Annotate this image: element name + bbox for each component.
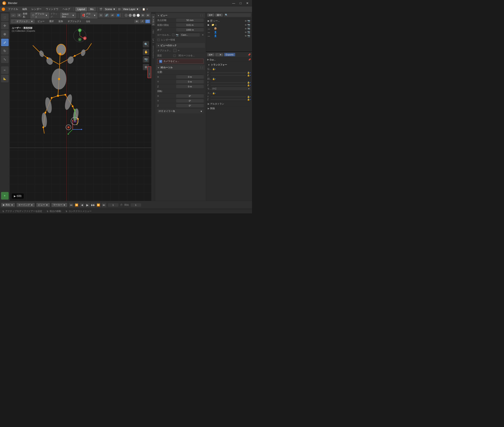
pos-z-input[interactable] xyxy=(211,75,246,76)
viewport-shading-btn[interactable]: ↗ xyxy=(140,20,144,23)
tree-item-3[interactable]: ― 👤 👁 📷 xyxy=(207,34,251,38)
coll1-cam[interactable]: 📷 xyxy=(247,23,250,26)
props-filter-dropdown[interactable]: ⬛▼ xyxy=(215,53,223,56)
coll1-eye[interactable]: 👁 xyxy=(245,24,247,26)
view-menu[interactable]: ビュー xyxy=(36,19,46,23)
local-cam-close[interactable]: ✕ xyxy=(202,34,204,36)
sidebar-toggle-btn[interactable]: ｜ xyxy=(147,66,151,78)
cam-lock-row[interactable]: ✓ カメラをビュ... xyxy=(157,59,204,64)
n-tab-item[interactable]: アイテム xyxy=(151,14,155,26)
menu-help[interactable]: ヘルプ xyxy=(61,7,72,12)
ti3-cam[interactable]: 📷 xyxy=(247,34,250,37)
obj-edit-icon[interactable]: ✏ xyxy=(178,49,180,52)
pos-z-lock[interactable]: 🔒 xyxy=(246,74,250,76)
timeline-view-dropdown[interactable]: ビュー ▼ xyxy=(36,203,50,207)
viz-options-btn[interactable]: 👁 xyxy=(134,20,139,23)
camera-btn[interactable]: 📷 xyxy=(143,56,149,63)
pan-btn[interactable]: ✛ xyxy=(17,14,22,17)
outliner-mode-dropdown[interactable]: ⊞▼ xyxy=(207,14,214,17)
play-btn[interactable]: ▶ xyxy=(85,203,90,207)
hand-btn[interactable]: ✋ xyxy=(143,49,149,55)
active-eye[interactable]: 👁 xyxy=(245,28,247,30)
next-frame-btn[interactable]: ▶▶ xyxy=(91,203,95,207)
shading-wire[interactable] xyxy=(125,14,128,17)
scene-tree-item[interactable]: ▶ 🎬 シー... 👁 📷 xyxy=(207,19,251,23)
active-tree-item[interactable]: ― 📦 👁 📷 xyxy=(207,27,251,30)
rot-lock[interactable]: 🔒 xyxy=(211,78,215,80)
jump-start-btn[interactable]: ⏪ xyxy=(74,203,79,207)
workspace-mu[interactable]: Mu xyxy=(88,7,96,11)
outliner-search[interactable]: 🔍 xyxy=(224,13,251,17)
scene-cam[interactable]: 📷 xyxy=(247,20,250,22)
overlay-btn[interactable]: ⊞ xyxy=(141,14,145,17)
mirror-btn[interactable]: ⇌ xyxy=(110,14,115,17)
tree-item-2[interactable]: ― 👤 👁 📷 xyxy=(207,30,251,34)
select-menu[interactable]: 選択 xyxy=(47,19,55,23)
falloff-btn[interactable]: 🔵 xyxy=(115,14,121,17)
cursor-z-value[interactable]: 0 m xyxy=(176,85,204,88)
cam-lock-checkbox[interactable]: ✓ xyxy=(159,60,162,63)
ti2-eye[interactable]: 👁 xyxy=(245,31,247,34)
view-layer-selector[interactable]: View Layer ▼ xyxy=(121,7,141,11)
transform-header[interactable]: ▼ トランスフォー xyxy=(207,63,251,67)
xray-btn[interactable]: ☐ xyxy=(145,20,150,23)
marker-dropdown[interactable]: マーカー ▼ xyxy=(52,203,67,207)
pos-lock[interactable]: 🔒 xyxy=(211,68,215,70)
delta-header[interactable]: ▶ デルタトラン xyxy=(207,101,251,106)
cursor-x-value[interactable]: 0 m xyxy=(176,75,204,79)
keying-dropdown[interactable]: キーイング ▼ xyxy=(17,203,35,207)
jump-end-btn[interactable]: ⏩ xyxy=(96,203,101,207)
active-cam[interactable]: 📷 xyxy=(247,27,250,30)
menu-render[interactable]: レンダー xyxy=(30,7,43,12)
scale-btn[interactable]: ⤡ xyxy=(1,55,9,63)
exp-pushpin[interactable]: 📌 xyxy=(248,58,251,61)
cursor-rx-value[interactable]: 0° xyxy=(176,94,204,98)
workspace-layout[interactable]: Layout xyxy=(75,7,87,11)
maximize-button[interactable]: □ xyxy=(239,1,243,5)
scene-selector[interactable]: Scene ▼ xyxy=(103,7,117,11)
cursor-options-icon[interactable]: ⋮⋮ xyxy=(200,66,204,69)
snap-toggle-btn[interactable]: 🔗 xyxy=(104,14,109,17)
scale-lock[interactable]: 🔒 xyxy=(211,92,215,94)
scale-y-lock[interactable]: 🔒 xyxy=(246,96,250,98)
pos-y-input[interactable] xyxy=(211,72,246,73)
rot-y-input[interactable] xyxy=(211,82,246,83)
scale-z-lock[interactable]: 🔒 xyxy=(246,98,250,101)
cursor-ry-value[interactable]: 0° xyxy=(176,99,204,102)
gizmo-btn[interactable]: ⊕ xyxy=(146,14,150,17)
view-lock-header[interactable]: ▼ ビューのロック xyxy=(156,43,205,48)
local-cam-checkbox[interactable] xyxy=(172,34,174,36)
scene-eye[interactable]: 👁 xyxy=(245,20,247,22)
mode-select[interactable]: XYZ ▼ xyxy=(211,87,251,90)
n-tab-view[interactable]: ビュー xyxy=(151,35,155,43)
scale-y-input[interactable] xyxy=(211,96,246,97)
rot-z-input[interactable] xyxy=(211,85,246,86)
cursor-rz-value[interactable]: 0° xyxy=(176,104,204,107)
rot-z-lock[interactable]: 🔒 xyxy=(246,84,250,86)
current-frame-input[interactable]: 1 xyxy=(108,203,119,207)
relations-header[interactable]: ▶ 関係 xyxy=(207,106,251,111)
local-cam-value[interactable]: Cam... xyxy=(180,33,200,37)
add-menu[interactable]: 追加 xyxy=(57,19,65,23)
menu-file[interactable]: ファイル xyxy=(6,7,20,12)
clip-start-value[interactable]: 0.01 m xyxy=(176,23,204,27)
collection-1-item[interactable]: ▶ 📁 ｜ 👁 📷 xyxy=(207,23,251,27)
minimize-button[interactable]: — xyxy=(231,1,236,5)
cursor-lock-checkbox[interactable] xyxy=(173,54,176,57)
object-menu[interactable]: オブジェクト xyxy=(66,19,83,23)
cursor-y-value[interactable]: 0 m xyxy=(176,80,204,83)
euler-dropdown[interactable]: XYZ オイラー角 ▼ xyxy=(157,109,204,114)
obj-lock-icon[interactable] xyxy=(173,49,177,52)
gis-menu[interactable]: GIS xyxy=(84,20,92,23)
tool-options-btn[interactable]: ↔ xyxy=(11,14,16,17)
pin-icon[interactable]: 📌 xyxy=(248,53,251,56)
measure-btn[interactable]: 📐 xyxy=(1,75,9,82)
viewport-gizmo[interactable]: Z X Y xyxy=(71,27,88,44)
copy-icon[interactable]: 📋 xyxy=(142,8,145,11)
annotate-btn[interactable]: ✏ xyxy=(1,66,9,74)
rotate-btn[interactable]: ↻ xyxy=(1,47,9,55)
viewport-main[interactable]: ユーザー・透視投影 (1) Collection | Exports xyxy=(10,24,151,201)
proportional-btn[interactable]: ⊙ xyxy=(99,14,103,17)
menu-edit[interactable]: 編集 xyxy=(21,7,29,12)
mode-dropdown[interactable]: ⬛ オブジェク... ▼ xyxy=(11,19,35,23)
